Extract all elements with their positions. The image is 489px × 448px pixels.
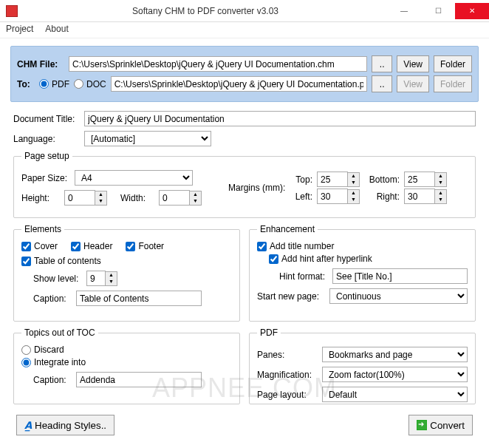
hint-format-label: Hint format:	[257, 271, 328, 282]
width-label: Width:	[120, 193, 154, 203]
magnification-label: Magnification:	[257, 370, 318, 380]
margin-left-label: Left:	[290, 191, 312, 202]
page-setup-legend: Page setup	[21, 151, 72, 161]
doc-title-label: Document Title:	[13, 114, 80, 124]
format-pdf-radio[interactable]: PDF	[39, 79, 69, 89]
topics-legend: Topics out of TOC	[21, 327, 98, 338]
margin-bottom-label: Bottom:	[364, 174, 400, 185]
start-new-page-label: Start new page:	[257, 291, 325, 302]
out-folder-button: Folder	[434, 75, 472, 92]
format-doc-radio[interactable]: DOC	[74, 79, 106, 89]
margin-right-label: Right:	[364, 191, 400, 202]
paper-size-select[interactable]: A4	[75, 170, 193, 186]
toc-checkbox[interactable]: Table of contents	[21, 256, 232, 266]
convert-button[interactable]: Convert	[408, 415, 473, 435]
language-label: Language:	[13, 134, 80, 144]
margin-bottom-stepper[interactable]: ▲▼	[404, 172, 447, 187]
chm-file-label: CHM File:	[17, 59, 64, 69]
start-new-page-select[interactable]: Continuous	[329, 288, 468, 304]
pdf-legend: PDF	[257, 327, 281, 338]
integrate-radio[interactable]: Integrate into	[21, 357, 232, 367]
minimize-button[interactable]: —	[387, 3, 421, 19]
heading-styles-icon: A̲	[24, 420, 32, 431]
menu-about[interactable]: About	[45, 24, 68, 36]
to-label: To:	[17, 79, 35, 89]
chm-view-button[interactable]: View	[397, 55, 429, 72]
enhancement-legend: Enhancement	[257, 224, 318, 234]
convert-arrow-icon	[417, 420, 427, 430]
footer-checkbox[interactable]: Footer	[126, 241, 164, 251]
margins-label: Margins (mm):	[228, 183, 290, 193]
hint-format-input[interactable]	[332, 268, 468, 284]
show-level-stepper[interactable]: ▲▼	[86, 271, 117, 286]
elements-legend: Elements	[21, 224, 64, 234]
menu-project[interactable]: Project	[6, 24, 33, 36]
app-icon	[6, 5, 18, 17]
out-view-button: View	[397, 75, 429, 92]
topics-caption-input[interactable]	[76, 372, 202, 387]
margin-right-stepper[interactable]: ▲▼	[404, 189, 447, 204]
margin-top-stepper[interactable]: ▲▼	[317, 172, 360, 187]
close-button[interactable]: ✕	[455, 3, 489, 19]
chm-browse-button[interactable]: ..	[372, 55, 392, 72]
heading-styles-button[interactable]: A̲ Heading Styles..	[16, 415, 114, 435]
height-stepper[interactable]: ▲▼	[64, 190, 107, 206]
page-layout-select[interactable]: Default	[322, 387, 468, 402]
chm-folder-button[interactable]: Folder	[434, 55, 472, 72]
show-level-label: Show level:	[21, 274, 82, 284]
magnification-select[interactable]: Zoom factor(100%)	[322, 367, 468, 382]
out-browse-button[interactable]: ..	[372, 75, 392, 92]
header-checkbox[interactable]: Header	[71, 241, 112, 251]
topics-caption-label: Caption:	[21, 375, 72, 385]
margin-top-label: Top:	[290, 174, 312, 185]
height-label: Height:	[21, 193, 60, 203]
panes-label: Panes:	[257, 350, 318, 360]
doc-title-input[interactable]	[84, 111, 476, 126]
elements-caption-label: Caption:	[21, 293, 72, 304]
margin-left-stepper[interactable]: ▲▼	[317, 189, 360, 204]
elements-caption-input[interactable]	[76, 291, 202, 306]
window-title: Softany CHM to PDF converter v3.03	[24, 6, 387, 16]
page-layout-label: Page layout:	[257, 390, 318, 400]
paper-size-label: Paper Size:	[21, 173, 70, 183]
cover-checkbox[interactable]: Cover	[21, 241, 58, 251]
add-title-number-checkbox[interactable]: Add title number	[257, 241, 468, 251]
discard-radio[interactable]: Discard	[21, 345, 232, 355]
add-hint-checkbox[interactable]: Add hint after hyperlink	[269, 254, 468, 264]
width-stepper[interactable]: ▲▼	[159, 190, 202, 206]
panes-select[interactable]: Bookmarks and page	[322, 347, 468, 362]
chm-file-input[interactable]	[69, 56, 367, 72]
language-select[interactable]: [Automatic]	[84, 131, 211, 146]
output-path-input[interactable]	[111, 76, 368, 92]
maximize-button[interactable]: ☐	[421, 3, 455, 19]
